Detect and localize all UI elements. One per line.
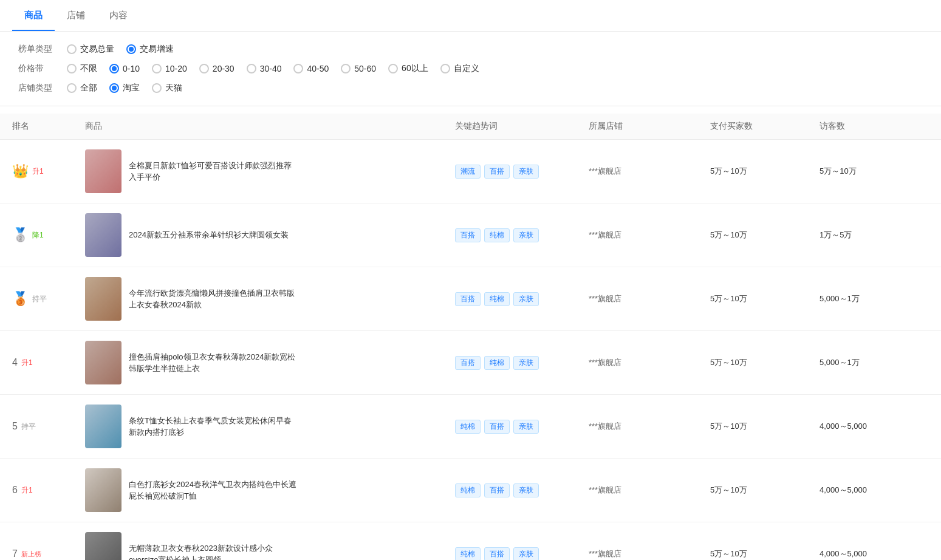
tab-goods[interactable]: 商品 bbox=[12, 0, 55, 31]
radio-label-all: 全部 bbox=[80, 83, 97, 94]
product-cell-3[interactable]: 今年流行欧货漂亮慵懒风拼接撞色插肩卫衣韩版上衣女春秋2024新款 bbox=[85, 277, 455, 321]
buyers-cell-7: 5万～10万 bbox=[710, 548, 820, 559]
tag-1-0[interactable]: 潮流 bbox=[455, 165, 481, 179]
crown-silver-icon: 🥈 bbox=[12, 227, 29, 243]
filter-label-store: 店铺类型 bbox=[18, 83, 67, 94]
radio-label-total: 交易总量 bbox=[80, 44, 114, 55]
radio-circle-speed bbox=[126, 44, 136, 54]
radio-label-50-60: 50-60 bbox=[354, 64, 376, 73]
radio-label-0-10: 0-10 bbox=[123, 64, 140, 73]
radio-rank-total[interactable]: 交易总量 bbox=[67, 44, 114, 55]
product-cell-5[interactable]: 条纹T恤女长袖上衣春季气质女装宽松休闲早春新款内搭打底衫 bbox=[85, 405, 455, 448]
product-cell-4[interactable]: 撞色插肩袖polo领卫衣女春秋薄款2024新款宽松韩版学生半拉链上衣 bbox=[85, 341, 455, 384]
product-name-4: 撞色插肩袖polo领卫衣女春秋薄款2024新款宽松韩版学生半拉链上衣 bbox=[129, 351, 299, 375]
tag-3-0[interactable]: 百搭 bbox=[455, 292, 481, 306]
radio-store-taobao[interactable]: 淘宝 bbox=[109, 83, 140, 94]
tags-cell-6: 纯棉 百搭 亲肤 bbox=[455, 483, 589, 497]
product-name-2: 2024新款五分袖系带余单针织衫大牌圆领女装 bbox=[129, 229, 289, 241]
radio-price-30-40[interactable]: 30-40 bbox=[247, 64, 282, 73]
header-rank: 排名 bbox=[12, 121, 85, 132]
table-row: 4 升1 撞色插肩袖polo领卫衣女春秋薄款2024新款宽松韩版学生半拉链上衣 … bbox=[0, 331, 941, 395]
radio-label-taobao: 淘宝 bbox=[123, 83, 140, 94]
table-section: 排名 商品 关键趋势词 所属店铺 支付买家数 访客数 👑 升1 全棉夏日新款T恤… bbox=[0, 114, 941, 560]
radio-price-40-50[interactable]: 40-50 bbox=[293, 64, 329, 73]
crown-gold-icon: 👑 bbox=[12, 163, 29, 179]
tag-7-2[interactable]: 亲肤 bbox=[513, 547, 539, 561]
tab-store[interactable]: 店铺 bbox=[55, 0, 97, 31]
rank-change-2: 降1 bbox=[32, 230, 44, 241]
radio-price-0-10[interactable]: 0-10 bbox=[109, 64, 140, 73]
tag-6-0[interactable]: 纯棉 bbox=[455, 483, 481, 497]
radio-price-20-30[interactable]: 20-30 bbox=[199, 64, 234, 73]
tag-3-1[interactable]: 纯棉 bbox=[484, 292, 510, 306]
radio-price-unlimited[interactable]: 不限 bbox=[67, 63, 97, 74]
filter-row-store: 店铺类型 全部 淘宝 天猫 bbox=[18, 83, 923, 94]
buyers-cell-4: 5万～10万 bbox=[710, 357, 820, 368]
store-cell-6: ***旗舰店 bbox=[589, 485, 710, 496]
product-name-7: 无帽薄款卫衣女春秋2023新款设计感小众oversize宽松长袖上衣圆领 bbox=[129, 542, 299, 561]
tag-7-0[interactable]: 纯棉 bbox=[455, 547, 481, 561]
buyers-cell-6: 5万～10万 bbox=[710, 485, 820, 496]
radio-rank-speed[interactable]: 交易增速 bbox=[126, 44, 174, 55]
table-row: 6 升1 白色打底衫女2024春秋洋气卫衣内搭纯色中长遮屁长袖宽松破洞T恤 纯棉… bbox=[0, 459, 941, 522]
tag-5-0[interactable]: 纯棉 bbox=[455, 420, 481, 434]
tag-6-1[interactable]: 百搭 bbox=[484, 483, 510, 497]
radio-price-custom[interactable]: 自定义 bbox=[440, 63, 479, 74]
radio-price-60plus[interactable]: 60以上 bbox=[388, 63, 428, 74]
tag-5-1[interactable]: 百搭 bbox=[484, 420, 510, 434]
tag-7-1[interactable]: 百搭 bbox=[484, 547, 510, 561]
tag-1-2[interactable]: 亲肤 bbox=[513, 165, 539, 179]
radio-label-tmall: 天猫 bbox=[165, 83, 182, 94]
store-cell-5: ***旗舰店 bbox=[589, 421, 710, 432]
tag-2-0[interactable]: 百搭 bbox=[455, 228, 481, 242]
table-row: 7 新上榜 无帽薄款卫衣女春秋2023新款设计感小众oversize宽松长袖上衣… bbox=[0, 522, 941, 560]
header-keywords: 关键趋势词 bbox=[455, 121, 589, 132]
product-cell-6[interactable]: 白色打底衫女2024春秋洋气卫衣内搭纯色中长遮屁长袖宽松破洞T恤 bbox=[85, 468, 455, 512]
radio-label-10-20: 10-20 bbox=[165, 64, 187, 73]
table-row: 🥈 降1 2024新款五分袖系带余单针织衫大牌圆领女装 百搭 纯棉 亲肤 ***… bbox=[0, 203, 941, 267]
radio-circle-20-30 bbox=[199, 64, 209, 73]
radio-circle-custom bbox=[440, 64, 450, 73]
table-row: 5 持平 条纹T恤女长袖上衣春季气质女装宽松休闲早春新款内搭打底衫 纯棉 百搭 … bbox=[0, 395, 941, 459]
product-cell-7[interactable]: 无帽薄款卫衣女春秋2023新款设计感小众oversize宽松长袖上衣圆领 bbox=[85, 532, 455, 560]
radio-price-10-20[interactable]: 10-20 bbox=[152, 64, 187, 73]
filter-label-rank: 榜单类型 bbox=[18, 44, 67, 55]
store-cell-2: ***旗舰店 bbox=[589, 230, 710, 241]
tag-2-1[interactable]: 纯棉 bbox=[484, 228, 510, 242]
tag-2-2[interactable]: 亲肤 bbox=[513, 228, 539, 242]
radio-store-all[interactable]: 全部 bbox=[67, 83, 97, 94]
product-thumb-3 bbox=[85, 277, 121, 321]
filter-options-rank: 交易总量 交易增速 bbox=[67, 44, 174, 55]
filter-section: 榜单类型 交易总量 交易增速 价格带 不限 bbox=[0, 32, 941, 106]
filter-label-price: 价格带 bbox=[18, 63, 67, 74]
rank-num-4: 4 bbox=[12, 357, 18, 368]
header-buyers: 支付买家数 bbox=[710, 121, 820, 132]
product-thumb-4 bbox=[85, 341, 121, 384]
rank-cell-5: 5 持平 bbox=[12, 421, 85, 432]
tag-6-2[interactable]: 亲肤 bbox=[513, 483, 539, 497]
buyers-cell-5: 5万～10万 bbox=[710, 421, 820, 432]
tab-content[interactable]: 内容 bbox=[97, 0, 140, 31]
header-store: 所属店铺 bbox=[589, 121, 710, 132]
product-cell-2[interactable]: 2024新款五分袖系带余单针织衫大牌圆领女装 bbox=[85, 213, 455, 257]
tag-4-2[interactable]: 亲肤 bbox=[513, 356, 539, 370]
filter-row-rank: 榜单类型 交易总量 交易增速 bbox=[18, 44, 923, 55]
rank-cell-1: 👑 升1 bbox=[12, 163, 85, 179]
rank-change-1: 升1 bbox=[32, 166, 44, 177]
buyers-cell-3: 5万～10万 bbox=[710, 293, 820, 304]
product-thumb-5 bbox=[85, 405, 121, 448]
product-cell-1[interactable]: 全棉夏日新款T恤衫可爱百搭设计师款强烈推荐入手平价 bbox=[85, 149, 455, 193]
tag-3-2[interactable]: 亲肤 bbox=[513, 292, 539, 306]
radio-label-custom: 自定义 bbox=[454, 63, 479, 74]
radio-store-tmall[interactable]: 天猫 bbox=[152, 83, 182, 94]
radio-label-60plus: 60以上 bbox=[402, 63, 428, 74]
radio-price-50-60[interactable]: 50-60 bbox=[341, 64, 376, 73]
tag-5-2[interactable]: 亲肤 bbox=[513, 420, 539, 434]
tag-4-1[interactable]: 纯棉 bbox=[484, 356, 510, 370]
tag-1-1[interactable]: 百搭 bbox=[484, 165, 510, 179]
top-tabs: 商品 店铺 内容 bbox=[0, 0, 941, 32]
rank-change-6: 升1 bbox=[21, 485, 33, 496]
rank-num-7: 7 bbox=[12, 548, 18, 559]
tag-4-0[interactable]: 百搭 bbox=[455, 356, 481, 370]
visitors-cell-1: 5万～10万 bbox=[820, 166, 929, 177]
